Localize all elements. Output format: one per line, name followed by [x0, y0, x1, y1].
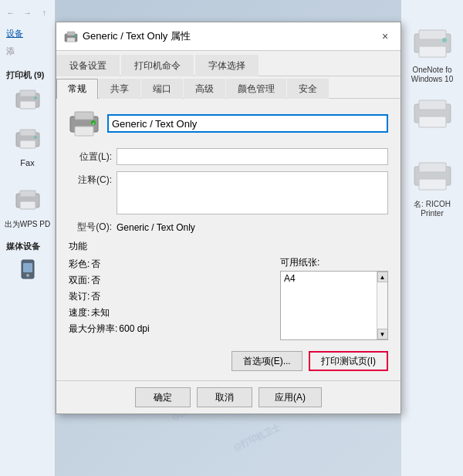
- features-right: 可用纸张: A4 ▲ ▼: [280, 256, 388, 340]
- feature-duplex: 双面: 否: [69, 272, 257, 289]
- paper-scrollbar[interactable]: ▲ ▼: [377, 272, 387, 339]
- paper-label: 可用纸张:: [280, 256, 388, 269]
- tab-device-settings[interactable]: 设备设置: [56, 55, 120, 76]
- comment-textarea[interactable]: [117, 171, 388, 214]
- close-button[interactable]: ×: [377, 29, 393, 44]
- svg-rect-9: [20, 191, 35, 197]
- printer-title-icon: [64, 30, 78, 42]
- svg-rect-16: [419, 46, 446, 57]
- svg-rect-12: [23, 263, 32, 272]
- tab-font-selection[interactable]: 字体选择: [195, 55, 259, 76]
- svg-point-7: [34, 136, 37, 139]
- model-row: 型号(O): Generic / Text Only: [69, 221, 388, 234]
- features-title: 功能: [69, 240, 388, 253]
- location-input[interactable]: [117, 148, 388, 165]
- tab-color-management[interactable]: 颜色管理: [226, 79, 286, 99]
- sidebar-printer-1[interactable]: [13, 87, 42, 114]
- svg-rect-10: [20, 201, 35, 209]
- tab-general[interactable]: 常规: [56, 79, 98, 99]
- svg-rect-23: [419, 179, 446, 190]
- cancel-button[interactable]: 取消: [197, 387, 252, 407]
- sidebar-panel: ← → ↑ 设备 添 打印机 (9) Fax: [0, 0, 56, 476]
- dialog: Generic / Text Only 属性 × 设备设置 打印机命令 字体选择…: [56, 22, 401, 414]
- sidebar-wps-label: 出为WPS PD: [5, 219, 50, 230]
- feature-color: 彩色: 否: [69, 256, 257, 272]
- scroll-down-arrow[interactable]: ▼: [377, 329, 388, 339]
- tab-security[interactable]: 安全: [287, 79, 329, 99]
- model-value: Generic / Text Only: [117, 222, 195, 233]
- dialog-title-text: Generic / Text Only 属性: [83, 29, 191, 43]
- tabs-second-row: 常规 共享 端口 高级 颜色管理 安全: [56, 76, 400, 99]
- ok-button[interactable]: 确定: [135, 387, 191, 407]
- printer-name-input[interactable]: [107, 114, 388, 133]
- dialog-footer: 确定 取消 应用(A): [56, 380, 400, 414]
- tab-ports[interactable]: 端口: [141, 79, 183, 99]
- sidebar-printer-3[interactable]: [13, 187, 42, 214]
- svg-rect-19: [419, 100, 446, 110]
- right-ricoh-label: 名: RICOH Printer: [404, 200, 460, 218]
- sidebar-printers-label: 打印机 (9): [0, 66, 55, 83]
- nav-arrows: ← → ↑: [0, 0, 55, 25]
- svg-point-27: [74, 35, 76, 38]
- paper-list-content: A4: [281, 272, 387, 285]
- paper-item-a4[interactable]: A4: [284, 273, 384, 284]
- svg-rect-1: [20, 90, 35, 96]
- location-row: 位置(L):: [69, 148, 388, 165]
- model-label: 型号(O):: [69, 221, 112, 234]
- printer-icon-large: ✓: [69, 110, 100, 137]
- dialog-titlebar: Generic / Text Only 属性 ×: [56, 22, 400, 51]
- printer-name-row: ✓: [69, 110, 388, 137]
- svg-rect-2: [20, 101, 35, 109]
- svg-rect-30: [75, 127, 93, 136]
- back-arrow[interactable]: ←: [3, 5, 19, 20]
- features-content: 彩色: 否 双面: 否 装订: 否 速度: 未知: [69, 256, 388, 340]
- paper-listbox[interactable]: A4 ▲ ▼: [280, 271, 388, 340]
- sidebar-printer-2[interactable]: [13, 127, 42, 154]
- svg-rect-29: [75, 112, 93, 120]
- feature-resolution: 最大分辨率: 600 dpi: [69, 321, 257, 337]
- feature-staple: 装订: 否: [69, 289, 257, 305]
- sidebar-fax-label: Fax: [20, 158, 34, 167]
- comment-label: 注释(C):: [69, 171, 112, 187]
- right-panel: OneNote foWindows 10 名: RICOH Printer: [401, 0, 463, 476]
- svg-rect-25: [67, 32, 75, 35]
- dialog-title-left: Generic / Text Only 属性: [64, 29, 191, 43]
- svg-point-17: [442, 38, 447, 42]
- svg-point-3: [34, 96, 37, 100]
- scroll-up-arrow[interactable]: ▲: [377, 272, 388, 282]
- sidebar-nav-devices[interactable]: 设备: [0, 25, 55, 42]
- right-printer-3: [411, 159, 454, 194]
- dialog-content: ✓ 位置(L): 注释(C): 型号(O): Generic / Text On…: [56, 99, 400, 380]
- forward-arrow[interactable]: →: [20, 5, 35, 20]
- svg-rect-26: [67, 38, 75, 42]
- test-print-button[interactable]: 打印测试页(I): [309, 351, 388, 371]
- right-printer-1: [411, 26, 454, 61]
- svg-text:✓: ✓: [92, 121, 95, 126]
- scroll-track: [377, 282, 387, 329]
- sidebar-media-label: 媒体设备: [0, 238, 55, 254]
- features-section: 功能 彩色: 否 双面: 否 装订: 否 速度: [69, 240, 388, 340]
- sidebar-media-device[interactable]: [15, 257, 40, 284]
- tab-sharing[interactable]: 共享: [99, 79, 140, 99]
- apply-button[interactable]: 应用(A): [259, 387, 322, 407]
- right-printer-2: [411, 96, 454, 131]
- svg-rect-15: [419, 30, 446, 39]
- svg-rect-6: [20, 140, 35, 148]
- location-label: 位置(L):: [69, 148, 112, 164]
- preferences-button[interactable]: 首选项(E)...: [231, 351, 302, 371]
- up-arrow[interactable]: ↑: [36, 5, 52, 20]
- features-left: 彩色: 否 双面: 否 装订: 否 速度: 未知: [69, 256, 257, 340]
- right-onenote-label: OneNote foWindows 10: [411, 66, 453, 84]
- tab-printer-commands[interactable]: 打印机命令: [121, 55, 194, 76]
- svg-point-13: [26, 274, 29, 277]
- svg-rect-5: [20, 130, 35, 136]
- action-buttons: 首选项(E)... 打印测试页(I): [69, 351, 388, 373]
- svg-rect-20: [419, 116, 446, 127]
- tab-advanced[interactable]: 高级: [184, 79, 225, 99]
- sidebar-search-hint: 添: [0, 42, 55, 60]
- svg-rect-22: [419, 163, 446, 172]
- comment-row: 注释(C):: [69, 171, 388, 214]
- feature-speed: 速度: 未知: [69, 305, 257, 321]
- tabs-top-row: 设备设置 打印机命令 字体选择: [56, 51, 400, 76]
